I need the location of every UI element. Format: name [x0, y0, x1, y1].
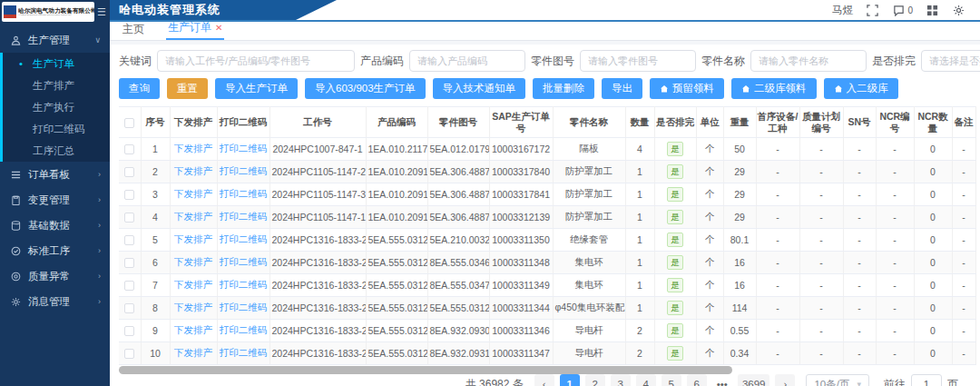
print-qrcode-link[interactable]: 打印二维码	[217, 138, 270, 161]
page-button-4[interactable]: 4	[636, 374, 656, 386]
sidebar-item-4[interactable]: 打印二维码	[3, 118, 110, 140]
sidebar-group-7[interactable]: 消息管理›	[0, 289, 110, 314]
row-checkbox[interactable]	[124, 258, 134, 268]
filter-input-3[interactable]	[580, 50, 696, 72]
sidebar-collapse-icon[interactable]: ☰	[97, 6, 108, 18]
page-button-6[interactable]: 6	[687, 374, 707, 386]
quality-plan-no: -	[799, 161, 843, 183]
row-number: 8	[141, 297, 170, 320]
issue-schedule-link[interactable]: 下发排产	[170, 297, 217, 320]
issue-schedule-link[interactable]: 下发排产	[170, 229, 217, 252]
issue-schedule-link[interactable]: 下发排产	[170, 206, 217, 229]
filter-input-2[interactable]	[409, 50, 525, 72]
sidebar-group-5[interactable]: 标准工序›	[0, 238, 110, 263]
toolbar-button-6[interactable]: 批量删除	[533, 78, 594, 99]
print-qrcode-link[interactable]: 打印二维码	[217, 206, 270, 229]
page-button-5[interactable]: 5	[662, 374, 681, 386]
first-equipment: -	[756, 161, 799, 183]
toolbar-button-1[interactable]: 查询	[119, 78, 160, 99]
first-equipment: -	[756, 252, 799, 274]
horizontal-scrollbar-thumb[interactable]	[119, 366, 732, 374]
row-checkbox[interactable]	[124, 281, 134, 291]
sidebar-item-5[interactable]: 工序汇总	[3, 140, 110, 162]
page-button-3[interactable]: 3	[611, 374, 631, 386]
row-select-cell	[119, 161, 141, 183]
gear-icon[interactable]	[952, 4, 965, 17]
row-checkbox[interactable]	[124, 349, 134, 359]
sidebar-group-4[interactable]: 基础数据›	[0, 213, 110, 238]
sidebar-group-2[interactable]: 订单看板›	[0, 162, 110, 187]
toolbar-button-3[interactable]: 导入生产订单	[215, 78, 298, 99]
filter-item-2: 产品编码	[360, 50, 525, 72]
sidebar-item-3[interactable]: 生产执行	[3, 96, 110, 118]
scheduled-badge: 是	[667, 164, 683, 179]
sidebar-group-6[interactable]: 质量异常›	[0, 263, 110, 289]
toolbar-button-4[interactable]: 导入603/903生产订单	[305, 78, 426, 99]
ncr-quantity: 0	[914, 161, 952, 183]
page-size-select[interactable]: 10条/页 ▾	[806, 374, 869, 386]
filter-input-1[interactable]	[157, 50, 355, 72]
row-checkbox[interactable]	[124, 213, 134, 223]
sidebar-group-3[interactable]: 变更管理›	[0, 187, 110, 213]
row-checkbox[interactable]	[124, 144, 134, 154]
issue-schedule-link[interactable]: 下发排产	[170, 252, 217, 274]
message-button[interactable]: 0	[892, 4, 913, 17]
issue-schedule-link[interactable]: 下发排产	[170, 342, 217, 365]
toolbar-button-9[interactable]: 二级库领料	[731, 78, 817, 99]
ncr-quantity: 0	[914, 320, 952, 342]
goto-page-input[interactable]	[911, 374, 942, 386]
work-no: 2024HPC1316-1833-2	[270, 252, 366, 274]
toolbar-button-10[interactable]: 入二级库	[824, 78, 898, 99]
tab-1[interactable]: 主页	[121, 20, 146, 40]
print-qrcode-link[interactable]: 打印二维码	[217, 342, 270, 365]
prev-page-button[interactable]: ‹	[534, 374, 554, 386]
toolbar-button-2[interactable]: 重置	[167, 78, 208, 99]
scheduled-badge: 是	[667, 187, 683, 202]
print-qrcode-link[interactable]: 打印二维码	[217, 320, 270, 342]
issue-schedule-link[interactable]: 下发排产	[170, 274, 217, 297]
row-checkbox[interactable]	[124, 235, 134, 245]
print-qrcode-link[interactable]: 打印二维码	[217, 161, 270, 183]
part-drawing-no: 5EA.210.0032	[427, 229, 489, 252]
page-button-2[interactable]: 2	[585, 374, 605, 386]
message-icon	[892, 4, 906, 17]
filter-select-5[interactable]: 请选择是否排完▾	[921, 50, 980, 72]
toolbar-button-7[interactable]: 导出	[602, 78, 642, 99]
issue-schedule-link[interactable]: 下发排产	[170, 138, 217, 161]
sidebar-group-1[interactable]: 生产管理∨	[0, 27, 110, 53]
row-checkbox[interactable]	[124, 303, 134, 313]
issue-schedule-link[interactable]: 下发排产	[170, 161, 217, 183]
grid-apps-icon[interactable]	[926, 4, 939, 17]
weight: 50	[723, 138, 756, 161]
toolbar-button-8[interactable]: 预留领料	[650, 78, 724, 99]
page-button-3699[interactable]: 3699	[738, 374, 770, 386]
row-checkbox[interactable]	[124, 167, 134, 177]
print-qrcode-link[interactable]: 打印二维码	[217, 297, 270, 320]
print-qrcode-link[interactable]: 打印二维码	[217, 183, 270, 206]
row-checkbox[interactable]	[124, 326, 134, 336]
toolbar-button-5[interactable]: 导入技术通知单	[433, 78, 526, 99]
print-qrcode-link[interactable]: 打印二维码	[217, 229, 270, 252]
user-name[interactable]: 马煜	[831, 3, 853, 18]
part-name: 防护罩加工	[553, 206, 625, 229]
print-qrcode-link[interactable]: 打印二维码	[217, 252, 270, 274]
print-qrcode-link[interactable]: 打印二维码	[217, 274, 270, 297]
select-all-checkbox[interactable]	[124, 118, 134, 128]
fullscreen-icon[interactable]	[866, 4, 879, 17]
close-icon[interactable]: ✕	[215, 23, 222, 33]
row-checkbox[interactable]	[124, 190, 134, 200]
chevron-right-icon: ›	[98, 272, 101, 281]
sidebar-item-2[interactable]: 生产排产	[3, 74, 110, 96]
remark: -	[952, 229, 975, 252]
next-page-button[interactable]: ›	[775, 374, 795, 386]
filter-input-4[interactable]	[750, 50, 867, 72]
sidebar-item-1[interactable]: 生产订单	[3, 53, 110, 74]
app-root: 哈尔滨电气动力装备有限公司 HARBIN ELECTRIC POWER EQUI…	[0, 0, 980, 386]
work-no: 2024HPC1316-1833-2	[270, 342, 366, 365]
sidebar-group-label: 质量异常	[28, 270, 98, 283]
sap-order-no: 10003167172	[489, 138, 553, 161]
issue-schedule-link[interactable]: 下发排产	[170, 320, 217, 342]
unit: 个	[696, 320, 723, 342]
page-button-1[interactable]: 1	[560, 374, 580, 386]
issue-schedule-link[interactable]: 下发排产	[170, 183, 217, 206]
